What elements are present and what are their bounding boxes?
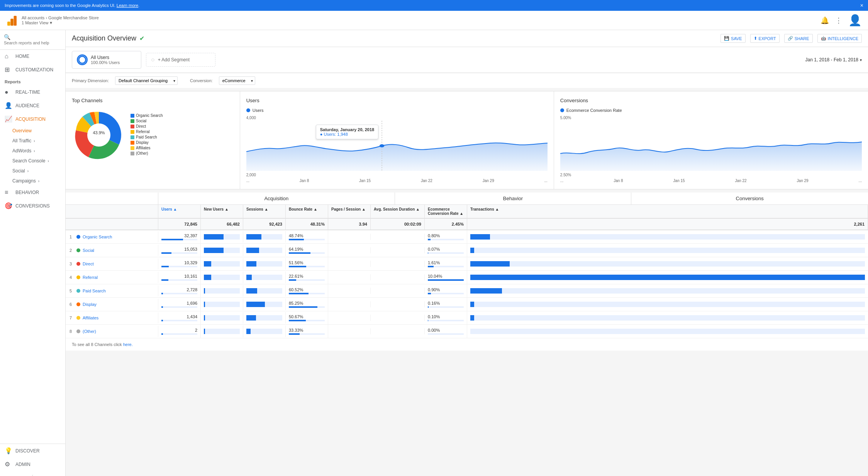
cell-new-users — [201, 299, 243, 310]
channel-link[interactable]: Social — [83, 248, 94, 253]
segment-circle — [77, 54, 88, 65]
cell-ecr: 0.90% — [425, 284, 467, 297]
cell-new-users — [201, 231, 243, 243]
sidebar-item-realtime[interactable]: ● REAL-TIME — [0, 86, 65, 99]
date-range-selector[interactable]: Jan 1, 2018 - Feb 1, 2018 ▾ — [805, 57, 862, 62]
cell-ecr: 10.04% — [425, 271, 467, 284]
channel-dot — [76, 248, 80, 252]
svg-point-3 — [79, 56, 86, 63]
conversions-legend-label: Ecommerce Conversion Rate — [566, 108, 622, 113]
cell-users: 10,329 — [158, 257, 201, 270]
export-button[interactable]: ⬆ EXPORT — [750, 34, 780, 43]
cell-bounce: 33.33% — [286, 325, 328, 338]
close-icon[interactable]: × — [860, 2, 863, 8]
col-transactions[interactable]: Transactions ▲ — [467, 205, 868, 218]
conv-x-labels: ... Jan 8 Jan 15 Jan 22 Jan 29 ... — [560, 179, 862, 183]
intelligence-button[interactable]: 🤖 INTELLIGENCE — [817, 34, 862, 43]
user-avatar[interactable]: 👤 — [848, 14, 862, 27]
conversion-label: Conversion: — [190, 78, 213, 83]
admin-icon: ⚙ — [5, 461, 12, 468]
search-input[interactable] — [4, 41, 52, 45]
primary-dimension-select-wrapper[interactable]: Default Channel Grouping — [115, 76, 178, 85]
conversion-select-wrapper[interactable]: eCommerce — [219, 76, 255, 85]
users-y-label-top: 4,000 — [246, 116, 548, 120]
channel-link[interactable]: Direct — [83, 262, 94, 266]
acq-group-label — [66, 192, 158, 204]
conversion-select[interactable]: eCommerce — [219, 76, 255, 85]
cell-new-users — [201, 312, 243, 324]
channel-link[interactable]: Organic Search — [83, 235, 112, 239]
sidebar-subitem-overview[interactable]: Overview — [0, 126, 65, 136]
save-button[interactable]: 💾 SAVE — [721, 34, 746, 43]
cell-new-users — [201, 258, 243, 270]
cell-users: 1,434 — [158, 311, 201, 324]
sidebar-collapse-btn[interactable]: ‹ — [0, 471, 65, 476]
page-title: Acquisition Overview — [72, 34, 136, 42]
cell-bounce: 85.25% — [286, 298, 328, 311]
col-ecr[interactable]: Ecommerce Conversion Rate ▲ — [425, 205, 467, 218]
cell-users: 10,161 — [158, 271, 201, 284]
col-duration[interactable]: Avg. Session Duration ▲ — [371, 205, 425, 218]
sidebar-sublabel-alltraffic: All Traffic — [12, 138, 31, 143]
sidebar-subitem-social[interactable]: Social › — [0, 166, 65, 176]
sidebar-item-admin[interactable]: ⚙ ADMIN — [0, 457, 65, 471]
sidebar-subitem-alltraffic[interactable]: All Traffic › — [0, 136, 65, 146]
channel-link[interactable]: Referral — [83, 275, 98, 280]
legend-dot-other — [131, 152, 134, 155]
sidebar-item-behavior[interactable]: ≡ BEHAVIOR — [0, 186, 65, 199]
share-button[interactable]: 🔗 SHARE — [784, 34, 813, 43]
col-new-users[interactable]: New Users ▲ — [201, 205, 243, 218]
col-pages[interactable]: Pages / Session ▲ — [328, 205, 371, 218]
app-header: All accounts › Google Merchandise Store … — [0, 11, 868, 30]
sidebar-item-audience[interactable]: 👤 AUDIENCE — [0, 99, 65, 112]
see-all-link[interactable]: here. — [123, 342, 133, 347]
cell-channel-name: 1 Organic Search — [66, 231, 158, 242]
cell-ecr: 0.00% — [425, 325, 467, 338]
users-chart-legend: Users — [246, 108, 548, 113]
sidebar-item-acquisition[interactable]: 📈 ACQUISITION — [0, 112, 65, 126]
sidebar-item-home[interactable]: ⌂ HOME — [0, 50, 65, 63]
sidebar-item-conversions[interactable]: 🎯 CONVERSIONS — [0, 199, 65, 213]
banner-link[interactable]: Learn more — [117, 3, 138, 8]
legend-dot-affiliates — [131, 146, 134, 150]
channel-link[interactable]: Display — [83, 302, 97, 307]
primary-dimension-select[interactable]: Default Channel Grouping — [115, 76, 178, 85]
legend-item-other: (Other) — [131, 151, 163, 155]
channel-link[interactable]: (Other) — [83, 329, 96, 334]
cell-new-users — [201, 272, 243, 283]
sidebar-sublabel-overview: Overview — [12, 128, 32, 133]
add-segment-btn[interactable]: ○ + Add Segment — [146, 53, 215, 67]
channel-link[interactable]: Affiliates — [83, 316, 98, 320]
col-users[interactable]: Users ▲ — [158, 205, 201, 218]
sidebar-subitem-searchconsole[interactable]: Search Console › — [0, 156, 65, 166]
cell-users: 1,696 — [158, 298, 201, 311]
sidebar-subitem-campaigns[interactable]: Campaigns › — [0, 176, 65, 186]
table-row: 3 Direct 10,329 51.56% — [66, 257, 868, 271]
users-legend-dot — [246, 108, 250, 112]
conversions-chart-legend: Ecommerce Conversion Rate — [560, 108, 862, 113]
cell-ecr: 0.16% — [425, 298, 467, 311]
sidebar-subitem-adwords[interactable]: AdWords › — [0, 146, 65, 156]
acquisition-label: Acquisition — [158, 192, 395, 204]
cell-channel-name: 5 Paid Search — [66, 285, 158, 296]
sidebar-item-discover[interactable]: 💡 DISCOVER — [0, 444, 65, 457]
more-options-icon[interactable]: ⋮ — [835, 16, 842, 25]
col-bounce[interactable]: Bounce Rate ▲ — [286, 205, 328, 218]
notification-icon[interactable]: 🔔 — [821, 16, 829, 25]
sidebar-label-audience: AUDIENCE — [15, 103, 39, 108]
sidebar-item-customization[interactable]: ⊞ CUSTOMIZATION — [0, 63, 65, 76]
view-dropdown-icon[interactable]: ▾ — [50, 20, 52, 25]
cell-bounce: 48.74% — [286, 230, 328, 243]
col-sessions[interactable]: Sessions ▲ — [243, 205, 286, 218]
sidebar-label-conversions: CONVERSIONS — [15, 203, 50, 209]
channel-link[interactable]: Paid Search — [83, 289, 106, 293]
legend-item-paid: Paid Search — [131, 135, 163, 139]
segment-pct: 100.00% Users — [91, 60, 120, 65]
cell-sessions — [243, 326, 286, 337]
master-view-label[interactable]: 1 Master View — [22, 20, 49, 25]
total-duration: 00:02:09 — [371, 219, 425, 230]
header-left: All accounts › Google Merchandise Store … — [6, 15, 99, 26]
account-info: All accounts › Google Merchandise Store … — [22, 15, 99, 25]
table-body: 1 Organic Search 32,397 — [66, 230, 868, 338]
cell-bounce: 22.61% — [286, 271, 328, 284]
